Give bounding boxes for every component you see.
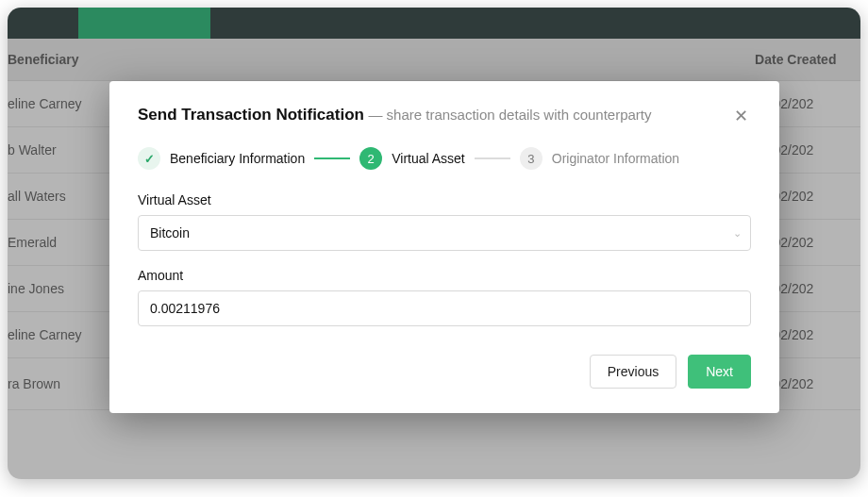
step-originator-information[interactable]: 3 Originator Information (520, 147, 679, 170)
amount-field: Amount (138, 268, 751, 326)
modal-actions: Previous Next (138, 355, 751, 389)
send-transaction-modal: Send Transaction Notification — share tr… (109, 81, 779, 413)
step-number: 2 (359, 147, 382, 170)
step-label: Originator Information (552, 151, 679, 166)
col-empty-2 (142, 39, 305, 81)
next-button[interactable]: Next (688, 355, 751, 389)
virtual-asset-select[interactable]: ⌄ (138, 215, 751, 251)
app-header (8, 8, 860, 39)
virtual-asset-value[interactable] (138, 215, 751, 251)
modal-subtitle: — share transaction details with counter… (368, 107, 651, 123)
step-connector (314, 157, 350, 159)
app-frame: Beneficiary Date Created eline Carney14/… (8, 8, 860, 479)
modal-title: Send Transaction Notification (138, 106, 364, 124)
close-icon[interactable]: ✕ (730, 106, 751, 126)
step-label: Virtual Asset (392, 151, 465, 166)
table-header-row: Beneficiary Date Created (8, 39, 860, 81)
check-icon: ✓ (138, 147, 160, 170)
modal-title-group: Send Transaction Notification — share tr… (138, 106, 652, 124)
col-empty-3 (305, 39, 487, 81)
amount-label: Amount (138, 268, 751, 283)
step-beneficiary-information[interactable]: ✓ Beneficiary Information (138, 147, 305, 170)
step-number: 3 (520, 147, 542, 170)
modal-header: Send Transaction Notification — share tr… (138, 106, 751, 126)
col-empty-5 (650, 39, 746, 81)
previous-button[interactable]: Previous (590, 355, 676, 389)
col-date-created[interactable]: Date Created (745, 39, 860, 81)
step-virtual-asset[interactable]: 2 Virtual Asset (359, 147, 465, 170)
virtual-asset-label: Virtual Asset (138, 192, 751, 207)
step-label: Beneficiary Information (170, 151, 305, 166)
virtual-asset-field: Virtual Asset ⌄ (138, 192, 751, 251)
amount-input[interactable] (138, 290, 751, 326)
step-connector (475, 157, 510, 159)
active-tab-indicator (78, 8, 210, 39)
col-beneficiary[interactable]: Beneficiary (8, 39, 142, 81)
col-empty-4 (487, 39, 650, 81)
stepper: ✓ Beneficiary Information 2 Virtual Asse… (138, 147, 751, 170)
